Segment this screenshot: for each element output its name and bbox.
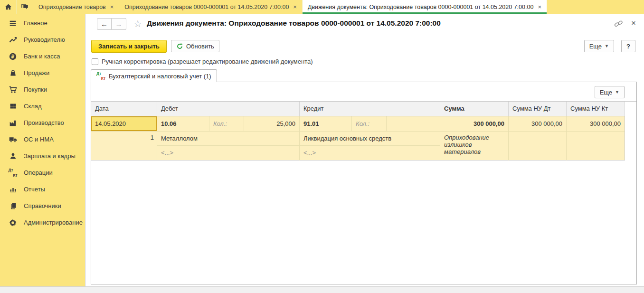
factory-icon: [8, 118, 18, 128]
sidebar-item-administration[interactable]: Администрирование: [0, 214, 85, 231]
sidebar-item-label: Отчеты: [24, 186, 45, 193]
favorite-star-icon[interactable]: ☆: [133, 18, 142, 29]
topbar-filler: [547, 0, 644, 14]
books-icon: [8, 201, 18, 211]
svg-text:₽: ₽: [11, 54, 15, 59]
postings-table: Дата Дебет Кредит Сумма Сумма НУ Дт Сумм…: [91, 101, 636, 161]
dt-kt-icon: ДтКт: [8, 168, 18, 178]
sidebar-item-label: Банк и касса: [24, 53, 60, 60]
sidebar-item-main[interactable]: Главное: [0, 15, 85, 31]
refresh-button[interactable]: Обновить: [171, 40, 219, 52]
blocks-grid-icon: [8, 102, 18, 111]
status-bar: [0, 286, 644, 293]
cell-credit-qty-label[interactable]: Кол.:: [352, 116, 387, 132]
cell-credit-subconto2[interactable]: <...>: [300, 146, 440, 161]
records-tab-label: Бухгалтерский и налоговый учет (1): [109, 73, 211, 80]
manual-correction-row: Ручная корректировка (разрешает редактир…: [92, 58, 313, 65]
chevron-down-icon: ▼: [605, 44, 609, 48]
tab-close-icon[interactable]: ×: [110, 3, 114, 10]
page-title: Движения документа: Оприходование товаро…: [147, 19, 441, 28]
sidebar-item-label: ОС и НМА: [24, 136, 54, 143]
sidebar-item-fixed-assets[interactable]: ОС и НМА: [0, 131, 85, 148]
cell-amount-nu-kt-extra[interactable]: [567, 132, 625, 161]
sidebar-item-production[interactable]: Производство: [0, 114, 85, 131]
tab-accounting-tax-records[interactable]: ДтКт Бухгалтерский и налоговый учет (1): [91, 69, 217, 82]
cell-debit-qty[interactable]: 25,000: [244, 116, 300, 132]
sidebar-item-operations[interactable]: ДтКт Операции: [0, 164, 85, 181]
sidebar-item-label: Руководителю: [24, 36, 65, 43]
tab-close-icon[interactable]: ×: [293, 3, 297, 10]
tab-close-icon[interactable]: ×: [538, 3, 541, 10]
history-nav-group: ← →: [97, 18, 126, 30]
cell-credit-qty[interactable]: [387, 116, 440, 132]
column-header-credit[interactable]: Кредит: [300, 102, 440, 116]
chevron-down-icon: ▼: [615, 90, 619, 95]
sidebar-item-label: Зарплата и кадры: [24, 152, 76, 160]
window-close-icon[interactable]: ×: [631, 19, 636, 28]
person-icon: [8, 151, 18, 161]
home-button[interactable]: [0, 0, 17, 14]
manual-correction-label: Ручная корректировка (разрешает редактир…: [102, 58, 313, 65]
sidebar-item-reports[interactable]: Отчеты: [0, 181, 85, 198]
column-header-amount[interactable]: Сумма: [440, 102, 509, 116]
sidebar-item-warehouse[interactable]: Склад: [0, 98, 85, 114]
sidebar-item-purchases[interactable]: Покупки: [0, 81, 85, 98]
sidebar-item-label: Операции: [24, 169, 53, 176]
ruble-coin-icon: ₽: [8, 52, 18, 61]
sidebar-item-label: Продажи: [24, 69, 49, 76]
column-header-amount-nu-kt[interactable]: Сумма НУ Кт: [567, 102, 625, 116]
column-header-date[interactable]: Дата: [91, 102, 157, 116]
shopping-bag-icon: [8, 68, 18, 78]
cell-debit-subconto2[interactable]: <...>: [157, 146, 300, 161]
main-content: ← → ☆ Движения документа: Оприходование …: [86, 14, 644, 286]
save-and-close-button[interactable]: Записать и закрыть: [91, 40, 167, 53]
trend-up-icon: [8, 35, 18, 45]
shopping-cart-icon: [8, 85, 18, 95]
topbar-tab-goods-receipt-document[interactable]: Оприходование товаров 0000-000001 от 14.…: [119, 0, 303, 14]
column-header-debit[interactable]: Дебет: [157, 102, 300, 116]
sidebar-item-bank-cash[interactable]: ₽ Банк и касса: [0, 48, 85, 65]
cell-amount-note[interactable]: Оприходование излишков материалов: [440, 132, 509, 161]
cell-amount-nu-kt[interactable]: 300 000,00: [567, 116, 625, 132]
tab-label: Оприходование товаров 0000-000001 от 14.…: [124, 4, 289, 10]
cell-amount-nu-dt[interactable]: 300 000,00: [509, 116, 567, 132]
cell-debit-account[interactable]: 10.06: [157, 116, 209, 132]
bar-chart-icon: [8, 185, 18, 194]
cell-amount[interactable]: 300 000,00: [440, 116, 509, 132]
back-button[interactable]: ←: [97, 18, 112, 30]
tab-label: Оприходование товаров: [38, 4, 106, 10]
top-tab-bar: Оприходование товаров × Оприходование то…: [0, 0, 644, 14]
help-button[interactable]: ?: [621, 40, 635, 52]
cell-credit-account[interactable]: 91.01: [300, 116, 352, 132]
sidebar: Главное Руководителю ₽ Банк и касса Прод…: [0, 14, 85, 286]
sidebar-item-label: Производство: [24, 119, 64, 126]
get-link-icon[interactable]: [614, 20, 623, 28]
table-row: 14.05.2020 10.06 Кол.: 25,000 91.01 Кол.…: [91, 116, 625, 161]
sidebar-item-salary-hr[interactable]: Зарплата и кадры: [0, 148, 85, 164]
cell-debit-subconto1[interactable]: Металлолом: [157, 132, 300, 146]
chat-bubbles-icon: [20, 3, 29, 11]
sidebar-item-manager[interactable]: Руководителю: [0, 31, 85, 48]
back-arrow-icon: ←: [101, 20, 108, 28]
sidebar-item-label: Покупки: [24, 86, 47, 93]
table-header-filler: [625, 102, 636, 116]
gear-icon: [8, 218, 18, 227]
cell-credit-subconto1[interactable]: Ликвидация основных средств: [300, 132, 440, 146]
more-actions-button[interactable]: Еще ▼: [584, 40, 614, 52]
home-icon: [4, 3, 12, 11]
forward-button[interactable]: →: [112, 18, 126, 30]
manual-correction-checkbox[interactable]: [92, 58, 98, 65]
sidebar-item-label: Администрирование: [24, 219, 83, 226]
topbar-tab-goods-receipt-list[interactable]: Оприходование товаров ×: [33, 0, 119, 14]
topbar-tab-document-movements[interactable]: Движения документа: Оприходование товаро…: [303, 0, 547, 14]
sidebar-item-sales[interactable]: Продажи: [0, 65, 85, 81]
cell-amount-nu-dt-extra[interactable]: [509, 132, 567, 161]
discussions-button[interactable]: [17, 0, 33, 14]
records-panel: Еще ▼ Дата Дебет Кредит Сумма Сумма НУ Д…: [91, 82, 637, 284]
table-more-button[interactable]: Еще ▼: [595, 86, 625, 98]
cell-date[interactable]: 14.05.2020: [91, 116, 157, 132]
cell-debit-qty-label[interactable]: Кол.:: [209, 116, 244, 132]
column-header-amount-nu-dt[interactable]: Сумма НУ Дт: [509, 102, 567, 116]
cell-row-number[interactable]: 1: [91, 132, 157, 161]
sidebar-item-directories[interactable]: Справочники: [0, 198, 85, 214]
